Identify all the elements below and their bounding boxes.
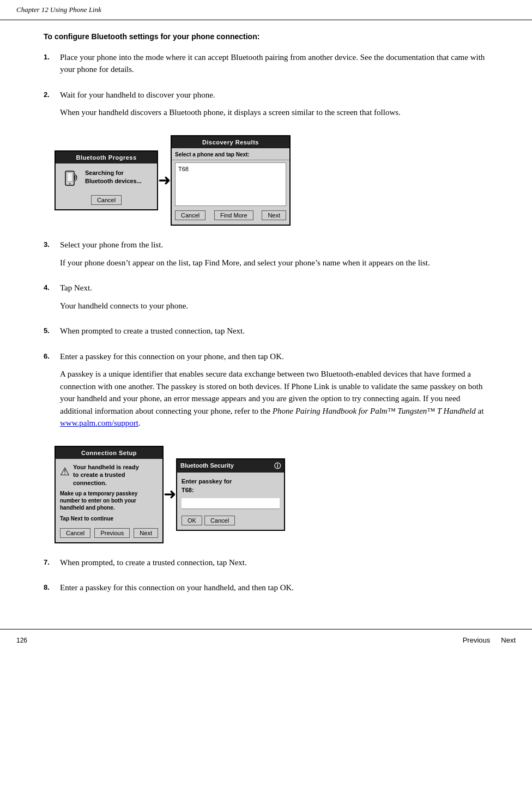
step-2-content: Wait for your handheld to discover your … bbox=[60, 89, 488, 124]
discovery-list-item-t68[interactable]: T68 bbox=[178, 165, 283, 174]
arrow-right-1: ➜ bbox=[158, 169, 171, 192]
svg-point-2 bbox=[69, 183, 71, 185]
discovery-dialog: Discovery Results Select a phone and tap… bbox=[171, 135, 291, 226]
connection-setup-note: Make up a temporary passkey number to en… bbox=[56, 490, 162, 514]
discovery-buttons: Cancel Find More Next bbox=[172, 208, 289, 225]
bt-security-title: Bluetooth Security bbox=[180, 461, 234, 470]
page-footer: 126 Previous Next bbox=[0, 629, 532, 651]
bt-progress-text: Searching for Bluetooth devices... bbox=[85, 169, 142, 186]
discovery-subtitle: Select a phone and tap Next: bbox=[172, 148, 289, 160]
connection-setup-buttons: Cancel Previous Next bbox=[56, 526, 162, 542]
step-4-sub: Your handheld connects to your phone. bbox=[60, 300, 488, 312]
step-2: 2. Wait for your handheld to discover yo… bbox=[44, 89, 488, 124]
bt-security-cancel-button[interactable]: Cancel bbox=[204, 516, 235, 525]
step-1: 1. Place your phone into the mode where … bbox=[44, 51, 488, 81]
section-title: To configure Bluetooth settings for your… bbox=[44, 31, 488, 43]
step-3: 3. Select your phone from the list. If y… bbox=[44, 239, 488, 274]
step-6-sub: A passkey is a unique identifier that en… bbox=[60, 368, 488, 429]
step-7-text: When prompted, to create a trusted conne… bbox=[60, 556, 488, 569]
bt-security-dialog: Bluetooth Security ⓘ Enter passkey for T… bbox=[176, 458, 285, 531]
step-3-content: Select your phone from the list. If your… bbox=[60, 239, 488, 274]
step-1-text: Place your phone into the mode where it … bbox=[60, 51, 488, 76]
discovery-cancel-button[interactable]: Cancel bbox=[175, 210, 205, 220]
discovery-next-button[interactable]: Next bbox=[262, 210, 286, 220]
step-2-sub: When your handheld discovers a Bluetooth… bbox=[60, 106, 488, 119]
step-7: 7. When prompted, to create a trusted co… bbox=[44, 556, 488, 574]
page-wrapper: Chapter 12 Using Phone Link To configure… bbox=[0, 0, 532, 799]
screenshots-row-1: Bluetooth Progress Searching for Bluetoo… bbox=[55, 135, 488, 226]
step-5-content: When prompted to create a trusted connec… bbox=[60, 325, 488, 343]
steps-list-2: 3. Select your phone from the list. If y… bbox=[44, 239, 488, 435]
step-7-number: 7. bbox=[44, 556, 60, 574]
steps-list: 1. Place your phone into the mode where … bbox=[44, 51, 488, 124]
page-number: 126 bbox=[16, 635, 27, 645]
step-2-text: Wait for your handheld to discover your … bbox=[60, 89, 488, 101]
bt-security-buttons: OK Cancel bbox=[177, 513, 284, 530]
step-5-number: 5. bbox=[44, 325, 60, 343]
step-2-number: 2. bbox=[44, 89, 60, 124]
bt-progress-title: Bluetooth Progress bbox=[56, 152, 157, 164]
svg-rect-1 bbox=[67, 173, 72, 181]
page-header: Chapter 12 Using Phone Link bbox=[0, 0, 532, 20]
step-3-number: 3. bbox=[44, 239, 60, 274]
screenshots-row-2: Connection Setup ⚠ Your handheld is read… bbox=[55, 446, 488, 543]
bt-progress-dialog: Bluetooth Progress Searching for Bluetoo… bbox=[55, 150, 158, 211]
discovery-list: T68 bbox=[175, 162, 286, 206]
step-4-text: Tap Next. bbox=[60, 282, 488, 294]
step-4: 4. Tap Next. Your handheld connects to y… bbox=[44, 282, 488, 317]
previous-link[interactable]: Previous bbox=[463, 635, 491, 646]
step-6-number: 6. bbox=[44, 350, 60, 435]
footer-nav: Previous Next bbox=[463, 635, 516, 646]
connection-cancel-button[interactable]: Cancel bbox=[60, 528, 90, 538]
step-6-text: Enter a passkey for this connection on y… bbox=[60, 350, 488, 363]
discovery-findmore-button[interactable]: Find More bbox=[214, 210, 253, 220]
bt-progress-body: Searching for Bluetooth devices... bbox=[56, 164, 157, 193]
phone-bluetooth-icon bbox=[61, 169, 81, 189]
arrow-right-2: ➜ bbox=[164, 483, 176, 506]
bt-security-enter-text: Enter passkey for bbox=[182, 477, 280, 486]
step-4-content: Tap Next. Your handheld connects to your… bbox=[60, 282, 488, 317]
steps-list-3: 7. When prompted, to create a trusted co… bbox=[44, 556, 488, 600]
connection-next-button[interactable]: Next bbox=[134, 528, 158, 538]
step-8: 8. Enter a passkey for this connection o… bbox=[44, 582, 488, 600]
bt-progress-cancel-button[interactable]: Cancel bbox=[91, 195, 122, 205]
connection-setup-text-main: Your handheld is ready to create a trust… bbox=[73, 463, 139, 487]
connection-setup-dialog: Connection Setup ⚠ Your handheld is read… bbox=[55, 446, 164, 543]
bt-security-title-bar: Bluetooth Security ⓘ bbox=[177, 459, 284, 473]
warning-icon: ⚠ bbox=[60, 463, 70, 480]
step-8-text: Enter a passkey for this connection on y… bbox=[60, 582, 488, 594]
step-6-content: Enter a passkey for this connection on y… bbox=[60, 350, 488, 435]
bt-security-info-icon: ⓘ bbox=[274, 461, 281, 471]
step-6-period: . bbox=[138, 419, 141, 427]
step-3-text: Select your phone from the list. bbox=[60, 239, 488, 251]
page-content: To configure Bluetooth settings for your… bbox=[0, 20, 532, 629]
connection-setup-title: Connection Setup bbox=[56, 447, 162, 459]
step-4-number: 4. bbox=[44, 282, 60, 317]
step-8-number: 8. bbox=[44, 582, 60, 600]
discovery-title: Discovery Results bbox=[172, 136, 289, 149]
next-link[interactable]: Next bbox=[501, 635, 516, 646]
step-6-book-title: Phone Pairing Handbook for Palm™ Tungste… bbox=[273, 407, 476, 415]
bt-security-ok-button[interactable]: OK bbox=[182, 516, 202, 525]
bt-security-input-field[interactable] bbox=[182, 498, 280, 509]
step-3-sub: If your phone doesn’t appear on the list… bbox=[60, 257, 488, 269]
bt-security-body: Enter passkey for T68: bbox=[177, 473, 284, 497]
palm-support-link[interactable]: www.palm.com/support bbox=[60, 419, 138, 427]
step-5: 5. When prompted to create a trusted con… bbox=[44, 325, 488, 343]
step-8-content: Enter a passkey for this connection on y… bbox=[60, 582, 488, 600]
connection-setup-body: ⚠ Your handheld is ready to create a tru… bbox=[56, 459, 162, 490]
bt-progress-buttons: Cancel bbox=[56, 193, 157, 209]
step-6-at: at bbox=[476, 407, 484, 415]
step-1-number: 1. bbox=[44, 51, 60, 81]
chapter-title: Chapter 12 Using Phone Link bbox=[16, 4, 101, 15]
step-1-content: Place your phone into the mode where it … bbox=[60, 51, 488, 81]
connection-previous-button[interactable]: Previous bbox=[94, 528, 130, 538]
step-5-text: When prompted to create a trusted connec… bbox=[60, 325, 488, 337]
connection-setup-tap: Tap Next to continue bbox=[56, 514, 162, 526]
step-6: 6. Enter a passkey for this connection o… bbox=[44, 350, 488, 435]
step-7-content: When prompted, to create a trusted conne… bbox=[60, 556, 488, 574]
bt-security-device-name: T68: bbox=[182, 486, 280, 495]
